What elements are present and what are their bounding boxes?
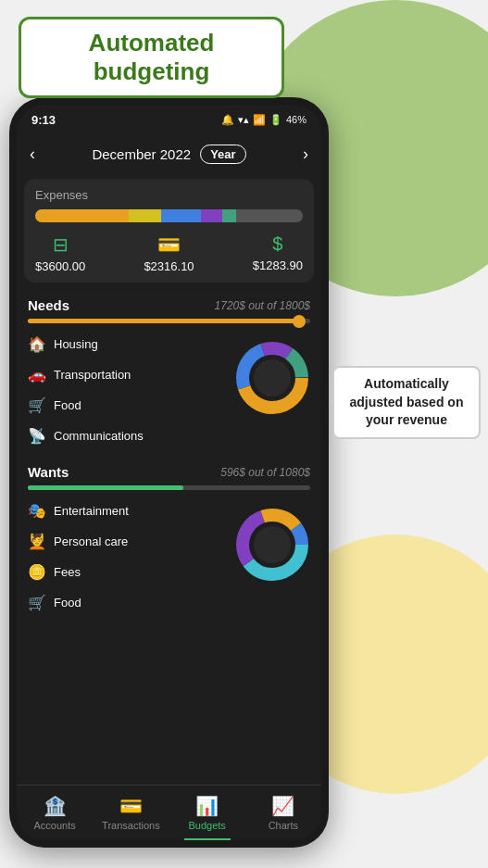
date-nav-center: December 2022 Year bbox=[92, 145, 245, 164]
bar-savings bbox=[161, 209, 201, 222]
list-item: 🛒 Food bbox=[24, 587, 227, 618]
top-banner: Automated budgeting bbox=[19, 17, 284, 98]
housing-icon: 🏠 bbox=[28, 335, 46, 353]
housing-label: Housing bbox=[54, 337, 98, 351]
date-navigation: ‹ December 2022 Year › bbox=[17, 134, 321, 173]
app-content: ‹ December 2022 Year › Expenses bbox=[17, 134, 321, 785]
expense-spent: 💳 $2316.10 bbox=[144, 233, 194, 273]
needs-progress-text: 1720$ out of 1800$ bbox=[215, 299, 310, 312]
notification-icon: 🔔 bbox=[221, 114, 234, 126]
banner-title: Automated budgeting bbox=[89, 29, 215, 85]
needs-title: Needs bbox=[28, 297, 69, 313]
active-indicator bbox=[184, 838, 231, 840]
fees-icon: 🪙 bbox=[28, 563, 46, 581]
needs-donut bbox=[231, 336, 314, 420]
charts-icon: 📈 bbox=[271, 795, 294, 817]
personalcare-label: Personal care bbox=[54, 535, 128, 548]
wants-food-label: Food bbox=[54, 596, 81, 610]
list-item: 🪙 Fees bbox=[24, 557, 227, 587]
bar-other bbox=[222, 209, 235, 222]
accounts-icon: 🏦 bbox=[44, 795, 67, 817]
food-icon: 🛒 bbox=[28, 396, 46, 414]
wants-progress-text: 596$ out of 1080$ bbox=[220, 466, 310, 479]
expenses-label: Expenses bbox=[35, 188, 303, 202]
status-bar: 9:13 🔔 ▾▴ 📶 🔋 46% bbox=[17, 105, 321, 134]
phone-frame: 9:13 🔔 ▾▴ 📶 🔋 46% ☰ Budget - 50/30/20 ⚙ … bbox=[9, 97, 329, 848]
bar-wants bbox=[129, 209, 161, 222]
battery-icon: 🔋 bbox=[269, 114, 282, 126]
nav-item-charts[interactable]: 📈 Charts bbox=[245, 786, 321, 840]
nav-item-transactions[interactable]: 💳 Transactions bbox=[93, 786, 169, 840]
list-item: 📡 Communications bbox=[24, 421, 227, 451]
expense-remaining: $ $1283.90 bbox=[253, 233, 303, 273]
wants-donut bbox=[231, 503, 314, 586]
wants-category-list: 🎭 Entertainment 💆 Personal care 🪙 Fees bbox=[24, 496, 227, 618]
entertainment-icon: 🎭 bbox=[28, 502, 46, 520]
signal-icon: 📶 bbox=[253, 114, 266, 126]
transactions-icon: 💳 bbox=[119, 795, 143, 817]
wifi-icon: ▾▴ bbox=[238, 114, 249, 126]
transactions-label: Transactions bbox=[102, 820, 160, 831]
list-item: 🚗 Transportation bbox=[24, 359, 227, 390]
needs-category-row: 🏠 Housing 🚗 Transportation 🛒 Food � bbox=[24, 329, 314, 451]
needs-progress-bar bbox=[28, 319, 310, 323]
remaining-amount: $1283.90 bbox=[253, 258, 303, 272]
status-time: 9:13 bbox=[31, 113, 56, 127]
wants-title: Wants bbox=[28, 464, 69, 480]
list-item: 🎭 Entertainment bbox=[24, 496, 227, 526]
budgets-icon: 📊 bbox=[195, 795, 219, 817]
wants-category-row: 🎭 Entertainment 💆 Personal care 🪙 Fees bbox=[24, 496, 314, 618]
wants-progress-fill bbox=[28, 485, 183, 490]
nav-item-budgets[interactable]: 📊 Budgets bbox=[169, 786, 245, 840]
year-badge[interactable]: Year bbox=[200, 145, 245, 164]
expenses-section: Expenses ⊟ $3600.00 💳 $23 bbox=[24, 179, 314, 283]
current-date: December 2022 bbox=[92, 146, 191, 162]
needs-section: Needs 1720$ out of 1800$ 🏠 Housing 🚗 bbox=[17, 288, 321, 455]
status-icons: 🔔 ▾▴ 📶 🔋 46% bbox=[221, 114, 307, 126]
bottom-navigation: 🏦 Accounts 💳 Transactions 📊 Budgets 📈 Ch… bbox=[17, 785, 321, 840]
phone-inner: 9:13 🔔 ▾▴ 📶 🔋 46% ☰ Budget - 50/30/20 ⚙ … bbox=[17, 105, 321, 840]
annotation-text: Automatically adjusted based on your rev… bbox=[350, 376, 464, 427]
list-item: 🛒 Food bbox=[24, 390, 227, 421]
needs-progress-dot bbox=[293, 315, 306, 328]
total-amount: $3600.00 bbox=[35, 259, 85, 273]
annotation-bubble: Automatically adjusted based on your rev… bbox=[332, 366, 481, 439]
battery-percent: 46% bbox=[286, 114, 307, 125]
svg-point-9 bbox=[254, 526, 291, 563]
communications-label: Communications bbox=[54, 429, 144, 443]
wants-progress-bar bbox=[28, 485, 310, 490]
bar-needs bbox=[35, 209, 129, 222]
bar-remaining bbox=[236, 209, 303, 222]
transportation-label: Transportation bbox=[54, 368, 131, 382]
food-label: Food bbox=[54, 398, 81, 412]
next-arrow[interactable]: › bbox=[303, 145, 308, 164]
budgets-label: Budgets bbox=[188, 820, 225, 831]
wants-header: Wants 596$ out of 1080$ bbox=[24, 459, 314, 484]
fees-label: Fees bbox=[54, 565, 81, 579]
transportation-icon: 🚗 bbox=[28, 366, 46, 384]
needs-header: Needs 1720$ out of 1800$ bbox=[24, 292, 314, 317]
svg-point-4 bbox=[254, 359, 291, 396]
personalcare-icon: 💆 bbox=[28, 533, 46, 550]
total-icon: ⊟ bbox=[53, 233, 69, 256]
bar-extra bbox=[201, 209, 222, 222]
communications-icon: 📡 bbox=[28, 427, 46, 445]
nav-item-accounts[interactable]: 🏦 Accounts bbox=[17, 786, 93, 840]
list-item: 🏠 Housing bbox=[24, 329, 227, 359]
wants-food-icon: 🛒 bbox=[28, 594, 46, 611]
prev-arrow[interactable]: ‹ bbox=[30, 145, 35, 164]
expenses-amounts: ⊟ $3600.00 💳 $2316.10 $ $1283.90 bbox=[35, 233, 303, 273]
needs-progress-fill bbox=[28, 319, 299, 323]
accounts-label: Accounts bbox=[34, 820, 76, 831]
expenses-bar bbox=[35, 209, 303, 222]
remaining-icon: $ bbox=[272, 233, 282, 255]
expense-total: ⊟ $3600.00 bbox=[35, 233, 85, 273]
charts-label: Charts bbox=[269, 820, 298, 831]
needs-category-list: 🏠 Housing 🚗 Transportation 🛒 Food � bbox=[24, 329, 227, 451]
entertainment-label: Entertainment bbox=[54, 504, 129, 518]
spent-amount: $2316.10 bbox=[144, 259, 194, 273]
list-item: 💆 Personal care bbox=[24, 526, 227, 557]
wants-section: Wants 596$ out of 1080$ 🎭 Entertainment … bbox=[17, 455, 321, 622]
spent-icon: 💳 bbox=[157, 233, 181, 256]
